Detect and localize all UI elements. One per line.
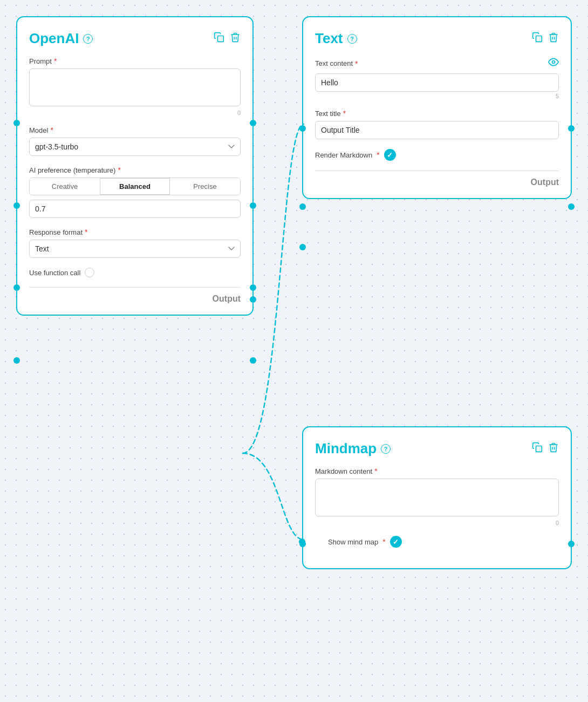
- mindmap-copy-button[interactable]: [532, 442, 543, 455]
- use-function-call-row: Use function call: [29, 268, 241, 277]
- text-title-text: Text: [315, 30, 343, 47]
- text-title-required: *: [343, 109, 346, 118]
- markdown-required: *: [374, 467, 377, 475]
- markdown-content-label: Markdown content *: [315, 467, 559, 475]
- model-select[interactable]: gpt-3.5-turbo gpt-4 gpt-4-turbo: [29, 138, 241, 156]
- openai-right-response-dot: [250, 357, 256, 364]
- text-card-icons: [532, 32, 559, 45]
- prompt-input[interactable]: [29, 69, 241, 106]
- text-content-input[interactable]: Hello: [315, 73, 559, 92]
- text-copy-button[interactable]: [532, 32, 543, 45]
- openai-copy-button[interactable]: [214, 32, 224, 45]
- mindmap-card: Mindmap ?: [302, 426, 572, 569]
- temperature-field-group: AI preference (temperature) * Creative B…: [29, 166, 241, 218]
- openai-delete-button[interactable]: [230, 32, 241, 45]
- svg-rect-1: [536, 36, 542, 42]
- temperature-value-input[interactable]: 0.7: [29, 200, 241, 218]
- openai-help-icon[interactable]: ?: [83, 34, 93, 44]
- text-content-field-group: Text content * Hello 5: [315, 57, 559, 99]
- markdown-char-count: 0: [315, 520, 559, 526]
- response-format-group: Response format * Text JSON: [29, 228, 241, 258]
- temp-precise-button[interactable]: Precise: [170, 178, 240, 195]
- temp-required: *: [118, 166, 120, 174]
- svg-point-2: [552, 61, 555, 64]
- text-content-eye-icon[interactable]: [548, 57, 559, 70]
- text-left-render-dot: [299, 244, 306, 250]
- markdown-content-group: Markdown content * 0: [315, 467, 559, 526]
- render-markdown-required: *: [377, 151, 379, 159]
- openai-left-response-dot: [13, 357, 20, 364]
- show-mind-map-label: Show mind map: [328, 538, 378, 546]
- temperature-label: AI preference (temperature) *: [29, 166, 241, 174]
- temperature-selector: Creative Balanced Precise: [29, 178, 241, 195]
- openai-card-title: OpenAI ?: [29, 30, 241, 47]
- mindmap-card-icons: [532, 442, 559, 455]
- render-markdown-row: Render Markdown *: [315, 149, 559, 161]
- svg-rect-0: [218, 36, 224, 42]
- openai-title-text: OpenAI: [29, 30, 79, 47]
- text-output-section: Output: [315, 171, 559, 187]
- text-card: Text ?: [302, 16, 572, 199]
- show-mind-map-required: *: [382, 537, 385, 546]
- text-title-input[interactable]: Output Title: [315, 121, 559, 139]
- use-function-call-checkbox[interactable]: [85, 268, 94, 277]
- openai-left-temp-dot: [13, 284, 20, 291]
- response-format-select[interactable]: Text JSON: [29, 240, 241, 258]
- render-markdown-checkbox[interactable]: [384, 149, 396, 161]
- model-label: Model *: [29, 126, 241, 134]
- openai-right-temp-dot: [250, 284, 256, 291]
- mindmap-help-icon[interactable]: ?: [381, 444, 391, 454]
- text-help-icon[interactable]: ?: [347, 34, 357, 44]
- markdown-content-input[interactable]: [315, 479, 559, 516]
- prompt-label: Prompt *: [29, 57, 241, 65]
- openai-right-output-dot: [250, 296, 256, 303]
- model-required: *: [50, 126, 53, 134]
- svg-rect-3: [536, 446, 542, 452]
- openai-output-label: Output: [213, 294, 241, 303]
- mindmap-left-input-dot: [299, 541, 306, 547]
- text-content-required: *: [355, 59, 358, 68]
- text-left-title-dot: [299, 203, 306, 210]
- mindmap-right-input-dot: [568, 541, 575, 547]
- text-right-input-dot: [568, 125, 575, 132]
- mindmap-card-title: Mindmap ?: [315, 440, 559, 457]
- show-mind-map-row: Show mind map *: [315, 536, 559, 548]
- render-markdown-label: Render Markdown: [315, 151, 372, 159]
- openai-card-icons: [214, 32, 241, 45]
- text-content-char-count: 5: [315, 93, 559, 99]
- text-delete-button[interactable]: [548, 32, 559, 45]
- prompt-char-count: 0: [29, 110, 241, 116]
- show-mind-map-checkbox[interactable]: [390, 536, 402, 548]
- text-left-input-dot: [299, 125, 306, 132]
- mindmap-delete-button[interactable]: [548, 442, 559, 455]
- temp-balanced-button[interactable]: Balanced: [100, 178, 170, 195]
- text-content-label-row: Text content *: [315, 57, 559, 70]
- openai-left-prompt-dot: [13, 120, 20, 126]
- prompt-field-group: Prompt * 0: [29, 57, 241, 116]
- openai-right-model-dot: [250, 202, 256, 209]
- text-title-field-group: Text title * Output Title: [315, 109, 559, 139]
- response-format-label: Response format *: [29, 228, 241, 236]
- text-output-label: Output: [531, 178, 559, 187]
- temp-creative-button[interactable]: Creative: [30, 178, 100, 195]
- openai-left-model-dot: [13, 202, 20, 209]
- openai-output-section: Output: [29, 287, 241, 304]
- response-required: *: [85, 228, 87, 236]
- use-function-call-label: Use function call: [29, 269, 80, 277]
- text-title-label: Text title *: [315, 109, 559, 118]
- text-right-title-dot: [568, 203, 575, 210]
- openai-right-prompt-dot: [250, 120, 256, 126]
- model-field-group: Model * gpt-3.5-turbo gpt-4 gpt-4-turbo: [29, 126, 241, 156]
- openai-card: OpenAI ?: [16, 16, 254, 316]
- text-content-label: Text content *: [315, 59, 358, 68]
- mindmap-title-text: Mindmap: [315, 440, 377, 457]
- text-card-title: Text ?: [315, 30, 559, 47]
- prompt-required: *: [54, 57, 57, 65]
